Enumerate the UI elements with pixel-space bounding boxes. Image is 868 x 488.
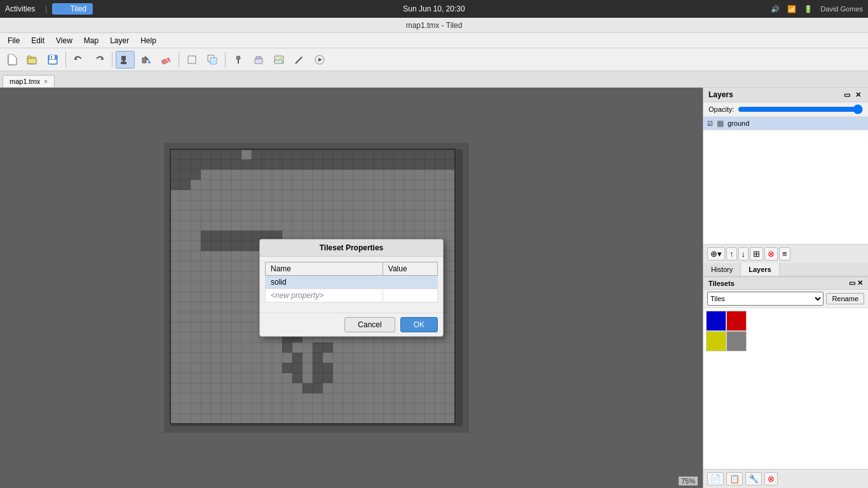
bucket-fill-button[interactable] xyxy=(136,51,155,69)
tilesets-minimize-btn[interactable]: ▭ xyxy=(849,279,855,287)
layer-up-btn[interactable]: ↑ xyxy=(726,247,737,261)
new-icon xyxy=(6,54,18,65)
right-panel: Layers ▭ ✕ Opacity: ☑ ▦ ground xyxy=(703,88,868,488)
property-row-solid[interactable]: solid xyxy=(266,276,438,289)
app-window: map1.tmx - Tiled File Edit View Map Laye… xyxy=(0,18,868,488)
tileset-content[interactable] xyxy=(703,308,868,469)
undo-button[interactable] xyxy=(69,51,88,69)
save-button[interactable] xyxy=(43,51,62,69)
select-rect-button[interactable] xyxy=(182,51,201,69)
select-area-button[interactable] xyxy=(203,51,222,69)
tilesets-close-btn[interactable]: ✕ xyxy=(857,279,863,287)
save-icon xyxy=(47,54,58,65)
layers-close-btn[interactable]: ✕ xyxy=(853,91,863,99)
redo-button[interactable] xyxy=(90,51,109,69)
layer-down-btn[interactable]: ↓ xyxy=(738,247,749,261)
svg-rect-22 xyxy=(210,58,217,64)
wand-icon xyxy=(294,54,305,65)
rename-tileset-btn[interactable]: Rename xyxy=(826,293,864,304)
add-layer-btn[interactable]: ⊕▾ xyxy=(707,247,725,261)
activities-label[interactable]: Activities xyxy=(5,4,35,13)
history-tab[interactable]: History xyxy=(703,263,741,276)
opacity-label: Opacity: xyxy=(709,105,734,113)
menu-edit[interactable]: Edit xyxy=(26,35,50,46)
new-button[interactable] xyxy=(3,51,22,69)
canvas-area[interactable]: Tileset Properties Name Value xyxy=(0,88,703,488)
remove-tileset-btn[interactable]: ⊗ xyxy=(764,472,778,485)
toolbar-sep-4 xyxy=(225,52,226,67)
svg-rect-3 xyxy=(64,10,67,13)
layers-list: ☑ ▦ ground xyxy=(703,117,868,244)
tileset-toolbar: Tiles Rename xyxy=(703,290,868,308)
ok-button[interactable]: OK xyxy=(400,317,438,332)
pin-tool-button[interactable] xyxy=(229,51,248,69)
menu-file[interactable]: File xyxy=(3,35,25,46)
tile-yellow[interactable] xyxy=(706,331,726,351)
dialog-body: Name Value solid <new propert xyxy=(260,257,443,313)
wand-tool-button[interactable] xyxy=(290,51,309,69)
tiled-taskbar-btn[interactable]: Tiled xyxy=(52,3,93,15)
tiled-icon xyxy=(58,4,67,13)
svg-rect-14 xyxy=(121,56,126,60)
tileset-bottom-btns: 📄 📋 🔧 ⊗ xyxy=(703,469,868,488)
svg-line-29 xyxy=(295,57,302,64)
embed-tileset-btn[interactable]: 📋 xyxy=(726,472,743,485)
toolbar-sep-3 xyxy=(179,52,179,67)
layers-minimize-btn[interactable]: ▭ xyxy=(842,91,852,99)
title-bar: map1.tmx - Tiled xyxy=(0,18,868,33)
tab-close-btn[interactable]: × xyxy=(44,78,48,85)
wifi-icon: 📶 xyxy=(787,5,796,13)
tab-bar: map1.tmx × xyxy=(0,71,868,88)
layer-properties-btn[interactable]: ≡ xyxy=(779,247,790,261)
delete-layer-btn[interactable]: ⊗ xyxy=(764,247,778,261)
tileset-selector[interactable]: Tiles xyxy=(707,292,824,306)
tab-name: map1.tmx xyxy=(10,78,40,85)
pin-icon xyxy=(233,54,244,65)
tile-blue[interactable] xyxy=(706,311,726,331)
map-tab[interactable]: map1.tmx × xyxy=(3,75,55,87)
select-area-icon xyxy=(207,54,218,65)
cancel-button[interactable]: Cancel xyxy=(344,317,395,332)
layer-buttons: ⊕▾ ↑ ↓ ⊞ ⊗ ≡ xyxy=(703,244,868,263)
duplicate-layer-btn[interactable]: ⊞ xyxy=(750,247,763,261)
open-button[interactable] xyxy=(23,51,42,69)
eraser-button[interactable] xyxy=(156,51,175,69)
layer-name-label: ground xyxy=(728,119,749,127)
new-property-row[interactable]: <new property> xyxy=(266,289,438,302)
image-button[interactable] xyxy=(269,51,288,69)
new-prop-value xyxy=(383,289,437,302)
system-icons: 🔊 📶 🔋 David Gomes xyxy=(771,5,863,13)
panel-tabs: History Layers xyxy=(703,263,868,276)
layers-tab[interactable]: Layers xyxy=(741,263,779,276)
svg-rect-11 xyxy=(49,60,57,64)
menu-help[interactable]: Help xyxy=(135,35,161,46)
opacity-slider[interactable] xyxy=(738,105,863,114)
prop-name-solid: solid xyxy=(266,276,383,289)
svg-rect-20 xyxy=(188,56,196,64)
tile-gray[interactable] xyxy=(726,331,747,351)
svg-marker-30 xyxy=(301,55,303,57)
col-name-header: Name xyxy=(266,262,383,276)
stamp-tool-button[interactable] xyxy=(116,51,135,69)
object-button[interactable] xyxy=(249,51,268,69)
layers-title: Layers xyxy=(709,90,733,99)
menu-layer[interactable]: Layer xyxy=(105,35,134,46)
select-rect-icon xyxy=(186,54,198,65)
image-icon xyxy=(273,54,285,65)
object-icon xyxy=(253,54,264,65)
layers-panel-buttons: ▭ ✕ xyxy=(842,91,863,99)
layer-item-ground[interactable]: ☑ ▦ ground xyxy=(703,117,868,130)
tileset-panel-buttons: ▭ ✕ xyxy=(849,279,863,287)
animation-button[interactable] xyxy=(310,51,329,69)
add-tileset-btn[interactable]: 📄 xyxy=(707,472,724,485)
tileset-panel: Tilesets ▭ ✕ Tiles Rename xyxy=(703,276,868,488)
menu-view[interactable]: View xyxy=(51,35,78,46)
system-bar: Activities | Tiled Sun Jun 10, 20:30 🔊 📶… xyxy=(0,0,868,18)
menu-map[interactable]: Map xyxy=(79,35,104,46)
tileset-properties-btn2[interactable]: 🔧 xyxy=(745,472,762,485)
layer-visibility-checkbox[interactable]: ☑ xyxy=(707,120,713,127)
tile-red[interactable] xyxy=(726,311,747,331)
svg-rect-26 xyxy=(256,57,261,59)
toolbar-sep-2 xyxy=(112,52,112,67)
prop-value-solid[interactable] xyxy=(383,276,437,289)
